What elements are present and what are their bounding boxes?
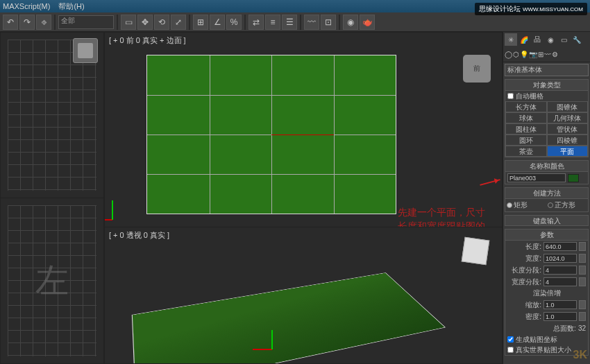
faces-label: 总面数: — [507, 324, 576, 333]
render-mult-label: 渲染倍增 — [505, 288, 588, 299]
spinner-icon[interactable] — [579, 300, 586, 309]
realworld-label: 真实世界贴图大小 — [516, 345, 571, 355]
category-dropdown[interactable]: 标准基本体 — [505, 64, 589, 76]
wsegs-input[interactable]: 4 — [543, 277, 577, 286]
motion-tab-icon[interactable]: ◉ — [544, 33, 557, 46]
torus-button[interactable]: 圆环 — [505, 135, 547, 146]
utilities-tab-icon[interactable]: 🔧 — [571, 33, 583, 46]
spacewarps-icon[interactable]: 〰 — [544, 51, 551, 58]
rollout-header[interactable]: 对象类型 — [505, 80, 588, 91]
gen-coords-label: 生成贴图坐标 — [516, 335, 557, 345]
menu-help[interactable]: 帮助(H) — [58, 1, 84, 12]
rect-radio[interactable]: 矩形 — [507, 200, 546, 210]
cone-button[interactable]: 圆锥体 — [547, 101, 589, 112]
scale-input[interactable]: 1.0 — [543, 300, 577, 309]
plane-button[interactable]: 平面 — [547, 146, 589, 157]
gen-coords-checkbox[interactable] — [507, 336, 514, 343]
snap-icon[interactable]: ⊞ — [193, 15, 208, 30]
teapot-button[interactable]: 茶壶 — [505, 146, 547, 157]
create-tab-icon[interactable]: ✳ — [505, 33, 517, 46]
lights-icon[interactable]: 💡 — [520, 51, 528, 58]
autogrid-label: 自动栅格 — [516, 92, 543, 101]
spinner-icon[interactable] — [579, 254, 586, 263]
select-icon[interactable]: ▭ — [121, 15, 136, 30]
plane-object[interactable] — [146, 55, 396, 214]
mirror-icon[interactable]: ⇄ — [248, 15, 264, 30]
geometry-icon[interactable]: ◯ — [505, 51, 512, 58]
viewcube-persp-icon[interactable] — [460, 236, 491, 266]
rollout-header[interactable]: 参数 — [505, 229, 588, 241]
viewport-label: [ + 0 透视 0 真实 ] — [109, 230, 169, 241]
cameras-icon[interactable]: 📷 — [529, 51, 537, 58]
schematic-icon[interactable]: ⊡ — [321, 15, 336, 30]
realworld-checkbox[interactable] — [507, 347, 514, 353]
redo-icon[interactable]: ↷ — [19, 15, 35, 30]
align-icon[interactable]: ≡ — [265, 15, 280, 30]
keyboard-rollout-header[interactable]: 键盘输入 — [505, 215, 589, 226]
width-label: 宽度: — [507, 254, 541, 263]
left-viewports: 左 — [0, 32, 104, 364]
viewport-perspective[interactable]: [ + 0 透视 0 真实 ] — [105, 227, 502, 363]
spinner-icon[interactable] — [579, 312, 586, 321]
selection-filter-dropdown[interactable]: 全部 — [58, 15, 114, 29]
menu-maxscript[interactable]: MAXScript(M) — [3, 2, 50, 10]
rotate-icon[interactable]: ⟲ — [154, 15, 169, 30]
scale-icon[interactable]: ⤢ — [171, 15, 186, 30]
square-radio[interactable]: 正方形 — [548, 200, 587, 210]
hierarchy-tab-icon[interactable]: 品 — [531, 33, 543, 46]
density-input[interactable]: 1.0 — [543, 312, 577, 321]
viewcube-icon[interactable] — [73, 38, 98, 63]
material-icon[interactable]: ◉ — [343, 15, 358, 30]
viewcube-front-icon[interactable]: 前 — [463, 55, 491, 83]
tube-button[interactable]: 管状体 — [547, 123, 589, 135]
pyramid-button[interactable]: 四棱锥 — [547, 135, 589, 146]
angle-snap-icon[interactable]: ∠ — [210, 15, 225, 30]
name-color-rollout: 名称和颜色 Plane003 — [505, 160, 589, 184]
move-icon[interactable]: ✥ — [137, 15, 153, 30]
sphere-button[interactable]: 球体 — [505, 112, 547, 123]
spinner-icon[interactable] — [579, 266, 586, 275]
systems-icon[interactable]: ⚙ — [552, 51, 558, 58]
command-panel: ✳ 🌈 品 ◉ ▭ 🔧 ◯ ⬡ 💡 📷 ⊞ 〰 ⚙ 标准基本体 对象类型 自动栅… — [503, 32, 590, 364]
cylinder-button[interactable]: 圆柱体 — [505, 123, 547, 135]
rollout-header[interactable]: 名称和颜色 — [505, 161, 588, 172]
link-icon[interactable]: ⎆ — [36, 15, 51, 30]
faces-value: 32 — [578, 324, 586, 332]
display-tab-icon[interactable]: ▭ — [557, 33, 570, 46]
rollout-header[interactable]: 创建方法 — [505, 188, 588, 199]
axis-triad-icon — [112, 192, 140, 220]
autogrid-checkbox[interactable] — [507, 93, 514, 99]
render-setup-icon[interactable]: 🫖 — [360, 15, 375, 30]
plane-object-persp[interactable] — [132, 272, 446, 363]
object-name-input[interactable]: Plane003 — [507, 173, 566, 182]
geosphere-button[interactable]: 几何球体 — [547, 112, 589, 123]
helpers-icon[interactable]: ⊞ — [538, 51, 543, 58]
shapes-icon[interactable]: ⬡ — [513, 51, 519, 58]
curve-editor-icon[interactable]: 〰 — [304, 15, 319, 30]
lsegs-input[interactable]: 4 — [543, 266, 577, 275]
parameters-rollout: 参数 长度:640.0 宽度:1024.0 长度分段:4 宽度分段:4 渲染倍增… — [505, 229, 589, 356]
percent-snap-icon[interactable]: % — [226, 15, 242, 30]
undo-icon[interactable]: ↶ — [3, 15, 18, 30]
main-toolbar: ↶ ↷ ⎆ 全部 ▭ ✥ ⟲ ⤢ ⊞ ∠ % ⇄ ≡ ☰ 〰 ⊡ ◉ 🫖 — [0, 12, 590, 32]
viewport-front[interactable]: [ + 0 前 0 真实 + 边面 ] 前 先建一个平面，尺寸长度和宽度跟贴图的… — [105, 33, 502, 227]
viewport-top[interactable] — [1, 33, 103, 198]
length-input[interactable]: 640.0 — [543, 242, 577, 251]
layers-icon[interactable]: ☰ — [282, 15, 297, 30]
main-area: 左 [ + 0 前 0 真实 + 边面 ] 前 先建一个平面，尺寸长度和宽度跟贴… — [0, 32, 590, 364]
x-axis-icon — [271, 135, 334, 135]
viewport-left[interactable]: 左 — [1, 198, 103, 363]
spinner-icon[interactable] — [579, 242, 586, 251]
modify-tab-icon[interactable]: 🌈 — [518, 33, 530, 46]
viewport-left-label: 左 — [35, 259, 69, 303]
length-label: 长度: — [507, 242, 541, 252]
spinner-icon[interactable] — [579, 277, 586, 286]
arrow-icon — [480, 179, 500, 186]
viewport-label: [ + 0 前 0 真实 + 边面 ] — [109, 35, 186, 46]
width-input[interactable]: 1024.0 — [543, 254, 577, 263]
axis-triad-icon — [271, 322, 299, 349]
color-swatch[interactable] — [568, 174, 579, 182]
object-type-rollout: 对象类型 自动栅格 长方体圆锥体 球体几何球体 圆柱体管状体 圆环四棱锥 茶壶平… — [505, 79, 589, 157]
watermark: 思缘设计论坛 WWW.MISSYUAN.COM — [475, 3, 587, 15]
box-button[interactable]: 长方体 — [505, 101, 547, 112]
